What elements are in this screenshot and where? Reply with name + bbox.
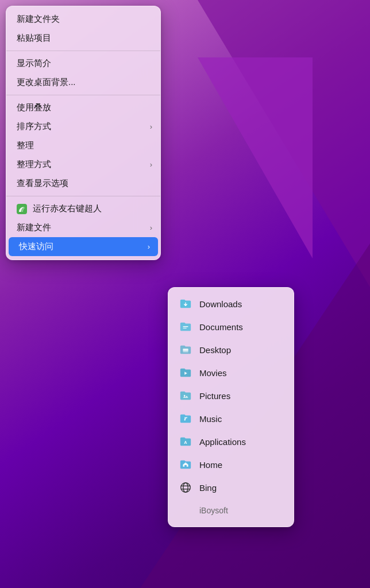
svg-point-6 <box>184 419 186 420</box>
submenu-item-pictures[interactable]: Pictures <box>168 384 294 407</box>
menu-item-clean-up-label: 整理 <box>17 140 34 151</box>
submenu-item-movies[interactable]: Movies <box>168 361 294 384</box>
submenu-item-desktop[interactable]: Desktop <box>168 338 294 361</box>
bg-decoration-3 <box>198 57 313 258</box>
separator-3 <box>6 196 160 196</box>
movies-folder-icon <box>179 366 192 380</box>
new-file-chevron-icon: › <box>150 223 152 232</box>
bing-globe-icon <box>179 481 192 494</box>
music-label: Music <box>199 414 222 424</box>
desktop-label: Desktop <box>199 345 231 355</box>
svg-text:A: A <box>184 440 187 445</box>
downloads-label: Downloads <box>199 299 242 309</box>
applications-folder-icon: A <box>179 435 192 448</box>
downloads-folder-icon <box>179 297 192 311</box>
context-menu-wrapper: 新建文件夹 粘贴项目 显示简介 更改桌面背景... 使用叠放 排序方式 › 整理… <box>6 6 161 260</box>
svg-rect-2 <box>183 328 186 328</box>
menu-item-use-stacks[interactable]: 使用叠放 <box>6 98 160 117</box>
menu-item-paste-label: 粘贴项目 <box>17 33 51 44</box>
pictures-folder-icon <box>179 389 192 403</box>
menu-item-new-folder[interactable]: 新建文件夹 <box>6 10 160 29</box>
clean-up-by-chevron-icon: › <box>150 160 152 169</box>
iboysoft-icon <box>179 504 192 517</box>
menu-item-show-options[interactable]: 查看显示选项 <box>6 174 160 193</box>
context-menu: 新建文件夹 粘贴项目 显示简介 更改桌面背景... 使用叠放 排序方式 › 整理… <box>6 6 161 260</box>
menu-item-clean-up-by[interactable]: 整理方式 › <box>6 155 160 174</box>
documents-folder-icon <box>179 320 192 334</box>
submenu-item-documents[interactable]: Documents <box>168 315 294 338</box>
menu-item-clean-up-by-label: 整理方式 <box>17 159 51 170</box>
menu-item-new-file-label: 新建文件 <box>17 222 51 233</box>
bing-label: Bing <box>199 483 217 493</box>
home-folder-icon <box>179 458 192 471</box>
music-folder-icon <box>179 412 192 425</box>
svg-rect-4 <box>183 349 188 351</box>
svg-point-9 <box>183 483 188 493</box>
menu-item-paste[interactable]: 粘贴项目 <box>6 29 160 48</box>
submenu-item-bing[interactable]: Bing <box>168 476 294 499</box>
menu-item-new-file[interactable]: 新建文件 › <box>6 218 160 237</box>
svg-rect-1 <box>183 326 188 327</box>
menu-item-show-options-label: 查看显示选项 <box>17 178 68 189</box>
submenu-item-iboysoft[interactable]: iBoysoft <box>168 499 294 522</box>
submenu-item-music[interactable]: Music <box>168 407 294 430</box>
menu-item-new-folder-label: 新建文件夹 <box>17 14 60 25</box>
menu-item-change-wallpaper-label: 更改桌面背景... <box>17 77 76 88</box>
menu-item-quick-access-label: 快速访问 <box>19 241 53 252</box>
sort-by-chevron-icon: › <box>150 122 152 131</box>
iboysoft-label: iBoysoft <box>199 506 228 515</box>
separator-1 <box>6 51 160 51</box>
submenu-item-downloads[interactable]: Downloads <box>168 292 294 315</box>
quick-access-submenu: Downloads Documents Deskto <box>168 287 294 527</box>
menu-item-sort-by-label: 排序方式 <box>17 121 51 132</box>
run-app-icon <box>17 204 27 214</box>
home-label: Home <box>199 460 222 470</box>
menu-item-clean-up[interactable]: 整理 <box>6 136 160 155</box>
documents-label: Documents <box>199 322 243 332</box>
svg-point-8 <box>181 483 191 493</box>
menu-item-get-info[interactable]: 显示简介 <box>6 54 160 73</box>
movies-label: Movies <box>199 368 227 378</box>
submenu-item-applications[interactable]: A Applications <box>168 430 294 453</box>
menu-item-get-info-label: 显示简介 <box>17 58 51 69</box>
menu-item-quick-access[interactable]: 快速访问 › <box>9 237 158 256</box>
menu-item-run-app-label: 运行赤友右键超人 <box>33 203 102 214</box>
submenu-item-home[interactable]: Home <box>168 453 294 476</box>
applications-label: Applications <box>199 437 246 447</box>
menu-item-use-stacks-label: 使用叠放 <box>17 102 51 113</box>
separator-2 <box>6 95 160 95</box>
menu-item-sort-by[interactable]: 排序方式 › <box>6 117 160 136</box>
quick-access-chevron-icon: › <box>148 242 150 251</box>
desktop-folder-icon <box>179 343 192 357</box>
menu-item-run-app[interactable]: 运行赤友右键超人 <box>6 199 160 218</box>
pictures-label: Pictures <box>199 391 230 401</box>
menu-item-change-wallpaper[interactable]: 更改桌面背景... <box>6 73 160 92</box>
